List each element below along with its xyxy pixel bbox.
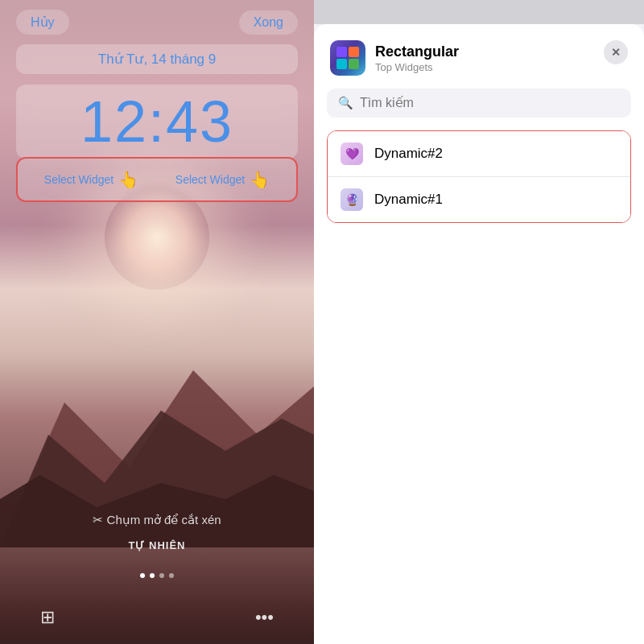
search-container: 🔍 <box>314 89 644 130</box>
app-info: Rectangular Top Widgets <box>330 40 459 76</box>
widget1-label: Select Widget <box>44 173 114 186</box>
date-display: Thứ Tư, 14 tháng 9 <box>16 44 298 74</box>
list-item[interactable]: 💜 Dynamic#2 <box>328 131 630 177</box>
widget-name-dynamic1: Dynamic#1 <box>374 192 443 208</box>
svg-marker-2 <box>0 475 314 547</box>
search-icon: 🔍 <box>338 96 353 110</box>
app-name-block: Rectangular Top Widgets <box>375 43 459 73</box>
filter-label: TỰ NHIÊN <box>0 539 314 551</box>
dynamic2-icon-symbol: 💜 <box>345 147 359 160</box>
mountain-decoration <box>0 306 314 547</box>
widget-selection-area[interactable]: Select Widget 👆 Select Widget 👆 <box>16 157 298 202</box>
clock-display: 12:43 <box>16 85 298 159</box>
cancel-button[interactable]: Hủy <box>16 10 69 35</box>
popup-header: Rectangular Top Widgets ✕ <box>314 40 644 89</box>
select-widget-button-2[interactable]: Select Widget 👆 <box>175 170 270 189</box>
top-navigation: Hủy Xong <box>0 0 314 44</box>
dynamic2-icon: 💜 <box>341 142 363 165</box>
popup-sheet: Rectangular Top Widgets ✕ 🔍 💜 Dynamic#2 <box>314 24 644 644</box>
hand-icon-1: 👆 <box>118 170 138 189</box>
widget2-label: Select Widget <box>175 173 245 186</box>
dynamic1-icon: 🔮 <box>341 188 363 211</box>
hand-icon-2: 👆 <box>250 170 270 189</box>
clock-pill: 12:43 <box>16 85 298 159</box>
widget-list: 💜 Dynamic#2 🔮 Dynamic#1 <box>327 130 631 223</box>
done-button[interactable]: Xong <box>239 10 298 35</box>
dot-3 <box>159 573 164 578</box>
close-button[interactable]: ✕ <box>604 40 628 64</box>
phone-screen: Hủy Xong Thứ Tư, 14 tháng 9 12:43 Select… <box>0 0 314 644</box>
dot-4 <box>169 573 174 578</box>
date-pill: Thứ Tư, 14 tháng 9 <box>16 44 298 74</box>
crop-hint: ✂ Chụm mở để cắt xén <box>0 513 314 527</box>
dot-2 <box>150 573 155 578</box>
more-icon[interactable]: ••• <box>255 607 274 628</box>
svg-rect-5 <box>336 59 347 69</box>
gallery-icon[interactable]: ⊞ <box>40 607 55 628</box>
list-item[interactable]: 🔮 Dynamic#1 <box>328 177 630 222</box>
app-icon <box>330 40 365 76</box>
widget-name-dynamic2: Dynamic#2 <box>374 146 443 162</box>
dot-1 <box>140 573 145 578</box>
right-panel: Rectangular Top Widgets ✕ 🔍 💜 Dynamic#2 <box>314 0 644 644</box>
search-box: 🔍 <box>327 89 631 118</box>
bottom-navigation: ⊞ ••• <box>0 607 314 628</box>
panel-header-bg <box>314 0 644 24</box>
page-dots <box>0 573 314 578</box>
select-widget-button-1[interactable]: Select Widget 👆 <box>44 170 138 189</box>
search-input[interactable] <box>360 96 620 110</box>
date-text: Thứ Tư, 14 tháng 9 <box>98 52 216 67</box>
app-subtitle: Top Widgets <box>375 61 459 73</box>
clock-text: 12:43 <box>80 89 233 154</box>
svg-rect-3 <box>336 47 347 57</box>
app-name: Rectangular <box>375 43 459 60</box>
svg-rect-6 <box>349 59 359 69</box>
dynamic1-icon-symbol: 🔮 <box>345 193 359 206</box>
svg-rect-4 <box>349 47 359 57</box>
